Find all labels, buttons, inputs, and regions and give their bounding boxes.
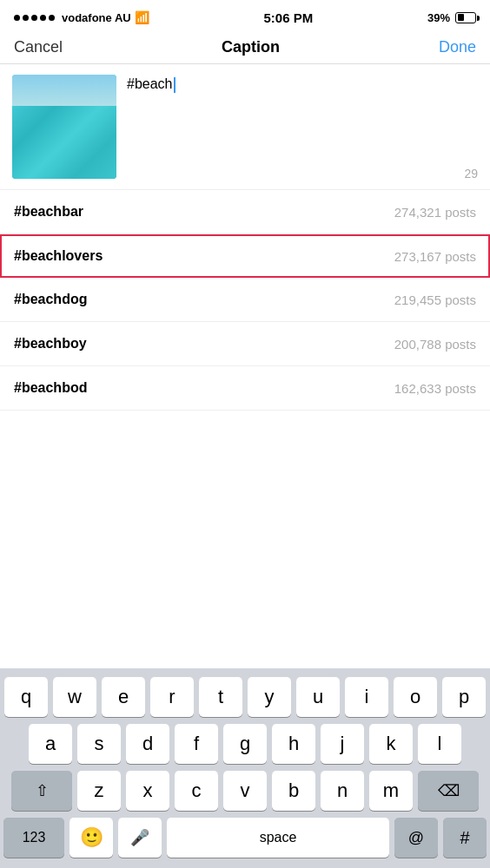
key-n[interactable]: n [321, 771, 364, 811]
key-m[interactable]: m [369, 771, 413, 811]
key-h[interactable]: h [272, 724, 315, 764]
done-button[interactable]: Done [439, 38, 476, 56]
at-key[interactable]: @ [394, 818, 438, 858]
hashtag-name: #beachbod [14, 380, 87, 396]
hashtag-name: #beachdog [14, 292, 87, 307]
mic-key[interactable]: 🎤 [118, 818, 162, 858]
status-right: 39% [427, 11, 476, 24]
keyboard-row-1: qwertyuiop [3, 677, 487, 717]
numbers-key[interactable]: 123 [3, 818, 64, 858]
cancel-button[interactable]: Cancel [14, 38, 63, 56]
key-d[interactable]: d [126, 724, 169, 764]
suggestion-item[interactable]: #beachbod 162,633 posts [0, 366, 490, 410]
hashtag-name: #beachbar [14, 204, 83, 220]
page-title: Caption [222, 38, 280, 56]
status-time: 5:06 PM [263, 10, 313, 25]
keyboard-row-3: ⇧zxcvbnm⌫ [3, 771, 487, 811]
key-a[interactable]: a [29, 724, 72, 764]
key-t[interactable]: t [199, 677, 242, 717]
key-b[interactable]: b [272, 771, 315, 811]
keyboard: qwertyuiop asdfghjkl ⇧zxcvbnm⌫ 123 🙂 🎤 s… [0, 668, 490, 868]
char-count: 29 [464, 167, 478, 181]
key-r[interactable]: r [150, 677, 194, 717]
key-i[interactable]: i [345, 677, 388, 717]
keyboard-row-4: 123 🙂 🎤 space @ # [3, 818, 487, 858]
caption-area[interactable]: #beach 29 [0, 64, 490, 190]
suggestion-item[interactable]: #beachlovers 273,167 posts [0, 234, 490, 278]
key-l[interactable]: l [418, 724, 461, 764]
hash-key[interactable]: # [443, 818, 487, 858]
text-cursor [174, 77, 175, 93]
key-y[interactable]: y [248, 677, 291, 717]
caption-text: #beach [127, 76, 173, 91]
key-c[interactable]: c [175, 771, 218, 811]
status-left: vodafone AU 📶 [14, 10, 149, 24]
status-bar: vodafone AU 📶 5:06 PM 39% [0, 0, 490, 31]
key-w[interactable]: w [53, 677, 96, 717]
suggestion-item[interactable]: #beachboy 200,788 posts [0, 322, 490, 366]
suggestion-item[interactable]: #beachdog 219,455 posts [0, 278, 490, 322]
hashtag-count: 273,167 posts [394, 249, 476, 264]
shift-key[interactable]: ⇧ [11, 771, 72, 811]
hashtag-count: 200,788 posts [394, 337, 476, 352]
key-k[interactable]: k [369, 724, 413, 764]
space-key[interactable]: space [167, 818, 389, 858]
hashtag-count: 274,321 posts [394, 205, 476, 220]
hashtag-suggestions: #beachbar 274,321 posts #beachlovers 273… [0, 190, 490, 411]
suggestion-item[interactable]: #beachbar 274,321 posts [0, 190, 490, 234]
key-g[interactable]: g [223, 724, 267, 764]
wifi-icon: 📶 [135, 10, 149, 24]
key-e[interactable]: e [102, 677, 145, 717]
key-q[interactable]: q [4, 677, 48, 717]
key-j[interactable]: j [321, 724, 364, 764]
keyboard-row-2: asdfghjkl [3, 724, 487, 764]
signal-dots [14, 15, 55, 21]
key-v[interactable]: v [223, 771, 267, 811]
battery-percent: 39% [427, 11, 450, 24]
key-z[interactable]: z [77, 771, 121, 811]
emoji-key[interactable]: 🙂 [70, 818, 113, 858]
key-p[interactable]: p [442, 677, 486, 717]
caption-input[interactable]: #beach [127, 75, 478, 179]
carrier-label: vodafone AU [62, 11, 131, 24]
key-s[interactable]: s [77, 724, 121, 764]
key-o[interactable]: o [394, 677, 437, 717]
hashtag-count: 162,633 posts [394, 381, 476, 396]
hashtag-name: #beachboy [14, 336, 87, 352]
battery-icon [455, 12, 476, 23]
key-u[interactable]: u [296, 677, 340, 717]
hashtag-name: #beachlovers [14, 248, 103, 264]
key-x[interactable]: x [126, 771, 169, 811]
backspace-key[interactable]: ⌫ [418, 771, 479, 811]
photo-thumbnail [12, 75, 116, 179]
nav-bar: Cancel Caption Done [0, 31, 490, 64]
key-f[interactable]: f [175, 724, 218, 764]
hashtag-count: 219,455 posts [394, 293, 476, 307]
